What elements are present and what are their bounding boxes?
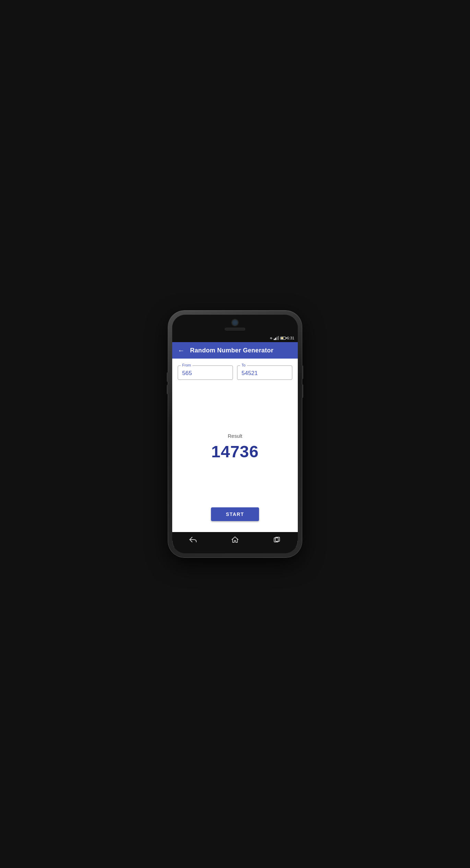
back-button[interactable]: ←	[178, 347, 185, 354]
hardware-bottom	[172, 547, 298, 553]
app-bar: ← Random Number Generator	[172, 342, 298, 359]
input-row: From 565 To 54521	[178, 365, 292, 380]
main-content: From 565 To 54521 Result 14736 START	[172, 359, 298, 532]
network-type: G	[270, 337, 272, 340]
nav-bar	[172, 532, 298, 547]
result-area: Result 14736	[178, 387, 292, 507]
result-label: Result	[228, 433, 243, 439]
battery-icon: ⚡	[280, 337, 286, 340]
from-label: From	[181, 363, 192, 367]
camera	[232, 320, 238, 326]
from-value[interactable]: 565	[182, 369, 228, 377]
status-time: 6:31	[287, 336, 294, 340]
app-title: Random Number Generator	[190, 347, 273, 354]
nav-home-button[interactable]	[228, 534, 242, 545]
nav-back-button[interactable]	[186, 534, 200, 545]
speaker	[225, 328, 245, 330]
volume-buttons	[167, 372, 168, 394]
to-value[interactable]: 54521	[242, 369, 288, 377]
hardware-top	[172, 315, 298, 334]
start-button-wrap: START	[178, 507, 292, 527]
start-button[interactable]: START	[211, 507, 259, 521]
phone-frame: G ⚡ 6:31 ← Random Number Generator	[168, 311, 302, 557]
to-label: To	[240, 363, 247, 367]
from-field[interactable]: From 565	[178, 365, 233, 380]
to-field[interactable]: To 54521	[237, 365, 292, 380]
signal-icon	[274, 336, 279, 340]
status-bar: G ⚡ 6:31	[172, 334, 298, 342]
charging-icon: ⚡	[281, 337, 283, 339]
nav-recents-button[interactable]	[270, 534, 284, 545]
screen: G ⚡ 6:31 ← Random Number Generator	[172, 334, 298, 547]
result-number: 14736	[211, 442, 259, 461]
phone-inner: G ⚡ 6:31 ← Random Number Generator	[172, 315, 298, 553]
